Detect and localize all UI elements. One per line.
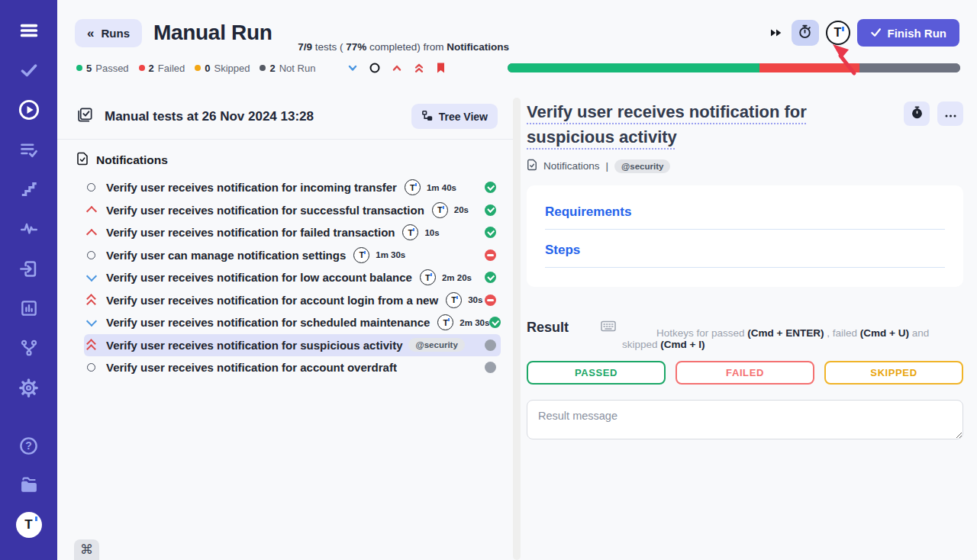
detail-section: Requirements — [545, 204, 945, 230]
section-link[interactable]: Steps — [545, 243, 945, 258]
finish-run-button[interactable]: Finish Run — [857, 19, 960, 47]
test-title: Verify user receives notification for in… — [106, 181, 397, 194]
count-badge: 5 Passed — [76, 63, 129, 74]
section-link[interactable]: Requirements — [545, 204, 945, 220]
detail-timer-button[interactable] — [904, 101, 930, 126]
fast-forward-icon[interactable] — [769, 27, 782, 38]
result-button[interactable]: SKIPPED — [824, 361, 963, 385]
test-row[interactable]: Verify user can manage notification sett… — [84, 244, 501, 267]
suite-name: Notifications — [96, 153, 168, 167]
run-progress-summary: 7/9 tests ( 77% completed) from Notifica… — [281, 14, 509, 53]
more-options-button[interactable] — [937, 101, 963, 126]
test-row[interactable]: Verify user receives notification for ac… — [84, 356, 501, 379]
priority-icon — [85, 338, 97, 352]
page-title: Manual Run — [153, 21, 272, 45]
hotkeys-text: Hotkeys for passed (Cmd + ENTER) , faile… — [622, 304, 963, 350]
progress-notrun — [859, 63, 960, 72]
detail-header: Verify user receives notification for su… — [527, 99, 963, 150]
gear-icon[interactable] — [14, 372, 44, 403]
result-button[interactable]: PASSED — [527, 361, 666, 385]
detail-tag: @security — [614, 159, 670, 173]
test-row[interactable]: Verify user receives notification for su… — [84, 199, 501, 222]
tree-icon — [421, 110, 433, 124]
sidebar: ? — [0, 0, 57, 560]
back-to-runs-button[interactable]: « Runs — [75, 19, 142, 47]
bar-chart-icon[interactable] — [14, 293, 44, 323]
double-chevron-up-icon[interactable] — [413, 62, 425, 74]
tree-view-button[interactable]: Tree View — [411, 104, 498, 129]
test-status-icon — [485, 272, 496, 283]
svg-text:?: ? — [25, 439, 32, 452]
tree-view-label: Tree View — [439, 111, 488, 123]
content: Manual tests at 26 Nov 2024 13:28 Tree V… — [57, 98, 977, 560]
test-title: Verify user receives notification for fa… — [106, 226, 395, 239]
bookmark-icon[interactable] — [435, 62, 447, 74]
chevron-down-icon[interactable] — [347, 62, 359, 74]
count-dot-icon — [139, 65, 145, 71]
test-duration: 30s — [468, 295, 482, 304]
test-duration: 2m 30s — [459, 318, 489, 327]
test-list-pane: Manual tests at 26 Nov 2024 13:28 Tree V… — [57, 98, 513, 560]
back-label: Runs — [101, 27, 130, 40]
play-circle-icon[interactable] — [14, 95, 44, 125]
count-badge: 2 Not Run — [260, 63, 315, 74]
account-logo-icon[interactable] — [826, 21, 850, 45]
help-icon[interactable]: ? — [14, 430, 44, 461]
chevron-up-icon[interactable] — [391, 62, 403, 74]
branch-icon[interactable] — [14, 333, 44, 363]
list-check-icon[interactable] — [14, 134, 44, 165]
test-source-logo-icon — [420, 269, 436, 285]
test-duration: 1m 30s — [376, 250, 405, 259]
count-dot-icon — [195, 65, 201, 71]
hotkeys-cmd-badge[interactable]: ⌘ — [74, 539, 99, 560]
run-title: Manual tests at 26 Nov 2024 13:28 — [105, 109, 314, 124]
priority-icon — [85, 204, 97, 215]
test-title: Verify user receives notification for su… — [106, 339, 402, 352]
test-source-logo-icon — [353, 247, 369, 263]
test-row[interactable]: Verify user receives notification for sc… — [84, 311, 501, 334]
test-row[interactable]: Verify user receives notification for lo… — [84, 266, 501, 289]
topbar-actions: Finish Run — [769, 19, 960, 47]
test-status-icon — [489, 317, 501, 328]
count-value: 2 — [269, 63, 275, 74]
summary-segment: Notifications — [447, 41, 509, 53]
test-row[interactable]: Verify user receives notification for fa… — [84, 221, 501, 244]
count-label: Not Run — [279, 63, 316, 74]
pulse-icon[interactable] — [14, 214, 44, 244]
test-detail-pane: Verify user receives notification for su… — [527, 98, 977, 560]
checklist-icon — [76, 106, 94, 127]
result-counts: 5 Passed 2 Failed 0 Skipped — [76, 63, 325, 74]
circle-icon[interactable] — [369, 62, 381, 74]
vertical-scrollbar[interactable] — [513, 98, 521, 560]
hotkey-segment: (Cmd + U) — [860, 327, 909, 339]
menu-icon[interactable] — [14, 15, 44, 46]
test-row[interactable]: Verify user receives notification for in… — [84, 176, 501, 199]
result-button[interactable]: FAILED — [676, 361, 814, 385]
result-message-input[interactable] — [527, 400, 963, 439]
test-status-icon — [485, 294, 496, 306]
command-icon: ⌘ — [80, 542, 93, 558]
detail-title[interactable]: Verify user receives notification for su… — [527, 99, 887, 150]
test-row[interactable]: Verify user receives notification for su… — [84, 334, 501, 357]
priority-icon — [85, 272, 97, 283]
run-info-row: Manual tests at 26 Nov 2024 13:28 Tree V… — [57, 98, 513, 139]
priority-filter-icons — [347, 62, 447, 74]
test-duration: 2m 20s — [442, 273, 472, 282]
breadcrumb-suite[interactable]: Notifications — [543, 160, 600, 172]
suite-header[interactable]: Notifications — [57, 140, 513, 175]
import-icon[interactable] — [14, 253, 44, 284]
check-icon[interactable] — [14, 55, 44, 85]
main-area: « Runs Manual Run 7/9 tests ( 77% comple… — [57, 0, 977, 560]
folder-icon[interactable] — [14, 470, 44, 500]
timer-button[interactable] — [792, 20, 819, 46]
test-status-icon — [485, 204, 496, 216]
suite-file-icon — [76, 152, 89, 169]
priority-icon — [85, 317, 97, 328]
stairs-icon[interactable] — [14, 174, 44, 204]
test-row[interactable]: Verify user receives notification for ac… — [84, 289, 501, 312]
finish-run-label: Finish Run — [888, 27, 947, 40]
result-header: Result Hotkeys for passed (Cmd + ENTER) … — [527, 304, 963, 350]
topbar: « Runs Manual Run 7/9 tests ( 77% comple… — [57, 0, 977, 49]
keyboard-icon — [601, 320, 616, 335]
logo-icon[interactable] — [14, 510, 44, 540]
